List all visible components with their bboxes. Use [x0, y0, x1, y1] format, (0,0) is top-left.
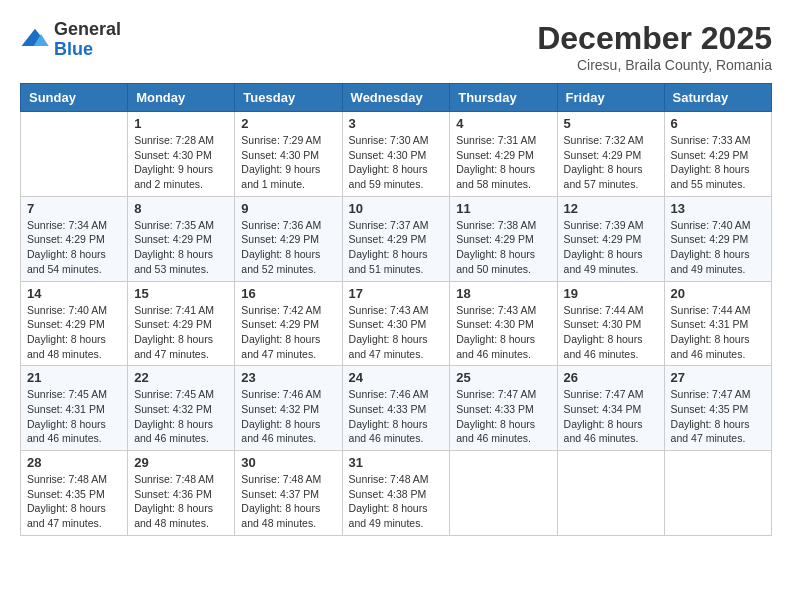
calendar-cell: [557, 451, 664, 536]
header-saturday: Saturday: [664, 84, 771, 112]
calendar-cell: 31Sunrise: 7:48 AMSunset: 4:38 PMDayligh…: [342, 451, 450, 536]
calendar-cell: 30Sunrise: 7:48 AMSunset: 4:37 PMDayligh…: [235, 451, 342, 536]
day-info: Sunrise: 7:40 AMSunset: 4:29 PMDaylight:…: [671, 218, 765, 277]
day-info: Sunrise: 7:45 AMSunset: 4:32 PMDaylight:…: [134, 387, 228, 446]
day-number: 29: [134, 455, 228, 470]
day-number: 9: [241, 201, 335, 216]
calendar-cell: [664, 451, 771, 536]
calendar-cell: 23Sunrise: 7:46 AMSunset: 4:32 PMDayligh…: [235, 366, 342, 451]
calendar-cell: 20Sunrise: 7:44 AMSunset: 4:31 PMDayligh…: [664, 281, 771, 366]
calendar-cell: [450, 451, 557, 536]
day-info: Sunrise: 7:48 AMSunset: 4:35 PMDaylight:…: [27, 472, 121, 531]
calendar-cell: 11Sunrise: 7:38 AMSunset: 4:29 PMDayligh…: [450, 196, 557, 281]
day-info: Sunrise: 7:44 AMSunset: 4:31 PMDaylight:…: [671, 303, 765, 362]
calendar-cell: 10Sunrise: 7:37 AMSunset: 4:29 PMDayligh…: [342, 196, 450, 281]
calendar-week-row: 14Sunrise: 7:40 AMSunset: 4:29 PMDayligh…: [21, 281, 772, 366]
title-section: December 2025 Ciresu, Braila County, Rom…: [537, 20, 772, 73]
day-info: Sunrise: 7:47 AMSunset: 4:34 PMDaylight:…: [564, 387, 658, 446]
day-info: Sunrise: 7:36 AMSunset: 4:29 PMDaylight:…: [241, 218, 335, 277]
calendar-week-row: 1Sunrise: 7:28 AMSunset: 4:30 PMDaylight…: [21, 112, 772, 197]
day-info: Sunrise: 7:32 AMSunset: 4:29 PMDaylight:…: [564, 133, 658, 192]
header-sunday: Sunday: [21, 84, 128, 112]
calendar-cell: [21, 112, 128, 197]
calendar-cell: 14Sunrise: 7:40 AMSunset: 4:29 PMDayligh…: [21, 281, 128, 366]
calendar-cell: 7Sunrise: 7:34 AMSunset: 4:29 PMDaylight…: [21, 196, 128, 281]
day-info: Sunrise: 7:28 AMSunset: 4:30 PMDaylight:…: [134, 133, 228, 192]
day-number: 3: [349, 116, 444, 131]
calendar-cell: 21Sunrise: 7:45 AMSunset: 4:31 PMDayligh…: [21, 366, 128, 451]
calendar-cell: 16Sunrise: 7:42 AMSunset: 4:29 PMDayligh…: [235, 281, 342, 366]
calendar-cell: 19Sunrise: 7:44 AMSunset: 4:30 PMDayligh…: [557, 281, 664, 366]
day-number: 17: [349, 286, 444, 301]
page-header: General Blue December 2025 Ciresu, Brail…: [20, 20, 772, 73]
day-info: Sunrise: 7:43 AMSunset: 4:30 PMDaylight:…: [349, 303, 444, 362]
day-number: 25: [456, 370, 550, 385]
day-number: 30: [241, 455, 335, 470]
day-number: 26: [564, 370, 658, 385]
day-number: 24: [349, 370, 444, 385]
header-tuesday: Tuesday: [235, 84, 342, 112]
calendar-week-row: 21Sunrise: 7:45 AMSunset: 4:31 PMDayligh…: [21, 366, 772, 451]
day-info: Sunrise: 7:35 AMSunset: 4:29 PMDaylight:…: [134, 218, 228, 277]
day-info: Sunrise: 7:47 AMSunset: 4:33 PMDaylight:…: [456, 387, 550, 446]
day-info: Sunrise: 7:46 AMSunset: 4:32 PMDaylight:…: [241, 387, 335, 446]
calendar-cell: 12Sunrise: 7:39 AMSunset: 4:29 PMDayligh…: [557, 196, 664, 281]
calendar-cell: 13Sunrise: 7:40 AMSunset: 4:29 PMDayligh…: [664, 196, 771, 281]
month-title: December 2025: [537, 20, 772, 57]
day-info: Sunrise: 7:29 AMSunset: 4:30 PMDaylight:…: [241, 133, 335, 192]
location-subtitle: Ciresu, Braila County, Romania: [537, 57, 772, 73]
day-number: 11: [456, 201, 550, 216]
calendar-cell: 9Sunrise: 7:36 AMSunset: 4:29 PMDaylight…: [235, 196, 342, 281]
day-number: 31: [349, 455, 444, 470]
calendar-cell: 2Sunrise: 7:29 AMSunset: 4:30 PMDaylight…: [235, 112, 342, 197]
day-info: Sunrise: 7:48 AMSunset: 4:38 PMDaylight:…: [349, 472, 444, 531]
day-number: 19: [564, 286, 658, 301]
calendar-week-row: 28Sunrise: 7:48 AMSunset: 4:35 PMDayligh…: [21, 451, 772, 536]
day-number: 13: [671, 201, 765, 216]
calendar-cell: 18Sunrise: 7:43 AMSunset: 4:30 PMDayligh…: [450, 281, 557, 366]
day-info: Sunrise: 7:31 AMSunset: 4:29 PMDaylight:…: [456, 133, 550, 192]
day-number: 14: [27, 286, 121, 301]
day-info: Sunrise: 7:48 AMSunset: 4:37 PMDaylight:…: [241, 472, 335, 531]
calendar-cell: 29Sunrise: 7:48 AMSunset: 4:36 PMDayligh…: [128, 451, 235, 536]
day-info: Sunrise: 7:41 AMSunset: 4:29 PMDaylight:…: [134, 303, 228, 362]
day-number: 20: [671, 286, 765, 301]
day-number: 4: [456, 116, 550, 131]
day-number: 22: [134, 370, 228, 385]
day-number: 1: [134, 116, 228, 131]
calendar-cell: 6Sunrise: 7:33 AMSunset: 4:29 PMDaylight…: [664, 112, 771, 197]
calendar-cell: 8Sunrise: 7:35 AMSunset: 4:29 PMDaylight…: [128, 196, 235, 281]
day-number: 28: [27, 455, 121, 470]
day-info: Sunrise: 7:43 AMSunset: 4:30 PMDaylight:…: [456, 303, 550, 362]
day-info: Sunrise: 7:33 AMSunset: 4:29 PMDaylight:…: [671, 133, 765, 192]
day-number: 8: [134, 201, 228, 216]
logo-general-text: General Blue: [54, 20, 121, 60]
day-info: Sunrise: 7:40 AMSunset: 4:29 PMDaylight:…: [27, 303, 121, 362]
day-number: 23: [241, 370, 335, 385]
day-info: Sunrise: 7:45 AMSunset: 4:31 PMDaylight:…: [27, 387, 121, 446]
day-info: Sunrise: 7:46 AMSunset: 4:33 PMDaylight:…: [349, 387, 444, 446]
header-friday: Friday: [557, 84, 664, 112]
day-info: Sunrise: 7:44 AMSunset: 4:30 PMDaylight:…: [564, 303, 658, 362]
calendar-cell: 3Sunrise: 7:30 AMSunset: 4:30 PMDaylight…: [342, 112, 450, 197]
calendar-cell: 15Sunrise: 7:41 AMSunset: 4:29 PMDayligh…: [128, 281, 235, 366]
header-monday: Monday: [128, 84, 235, 112]
calendar-week-row: 7Sunrise: 7:34 AMSunset: 4:29 PMDaylight…: [21, 196, 772, 281]
calendar-cell: 17Sunrise: 7:43 AMSunset: 4:30 PMDayligh…: [342, 281, 450, 366]
calendar-header-row: SundayMondayTuesdayWednesdayThursdayFrid…: [21, 84, 772, 112]
day-number: 18: [456, 286, 550, 301]
day-number: 21: [27, 370, 121, 385]
day-number: 12: [564, 201, 658, 216]
day-info: Sunrise: 7:48 AMSunset: 4:36 PMDaylight:…: [134, 472, 228, 531]
calendar-cell: 5Sunrise: 7:32 AMSunset: 4:29 PMDaylight…: [557, 112, 664, 197]
day-info: Sunrise: 7:34 AMSunset: 4:29 PMDaylight:…: [27, 218, 121, 277]
calendar-cell: 4Sunrise: 7:31 AMSunset: 4:29 PMDaylight…: [450, 112, 557, 197]
day-number: 15: [134, 286, 228, 301]
calendar-cell: 1Sunrise: 7:28 AMSunset: 4:30 PMDaylight…: [128, 112, 235, 197]
calendar-cell: 26Sunrise: 7:47 AMSunset: 4:34 PMDayligh…: [557, 366, 664, 451]
header-thursday: Thursday: [450, 84, 557, 112]
day-number: 16: [241, 286, 335, 301]
day-number: 10: [349, 201, 444, 216]
calendar-cell: 22Sunrise: 7:45 AMSunset: 4:32 PMDayligh…: [128, 366, 235, 451]
day-info: Sunrise: 7:42 AMSunset: 4:29 PMDaylight:…: [241, 303, 335, 362]
